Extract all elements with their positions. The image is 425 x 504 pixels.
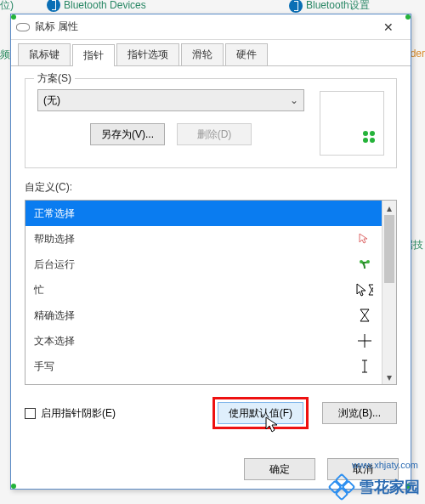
list-item[interactable]: 文本选择	[26, 328, 382, 354]
scheme-value: (无)	[43, 93, 60, 108]
scheme-label: 方案(S)	[34, 71, 75, 86]
checkbox-icon[interactable]	[25, 408, 36, 419]
delete-button: 删除(D)	[177, 123, 252, 145]
cursor-preview-box	[320, 91, 384, 156]
tab-hardware[interactable]: 硬件	[225, 43, 268, 65]
mouse-icon	[16, 23, 30, 31]
tab-buttons[interactable]: 鼠标键	[18, 43, 71, 65]
list-item[interactable]: 忙	[26, 277, 382, 303]
list-item[interactable]: 正常选择	[26, 201, 382, 226]
bg-text-left: 位)	[0, 0, 14, 13]
bluetooth-icon	[289, 0, 303, 13]
tab-wheel[interactable]: 滑轮	[181, 43, 224, 65]
highlight-annotation: 使用默认值(F)	[212, 397, 309, 429]
bg-bluetooth-settings: Bluetooth设置	[289, 0, 370, 13]
watermark-domain: www.xhjaty.com	[352, 460, 418, 470]
hourglass-icon	[356, 309, 373, 322]
browse-button[interactable]: 浏览(B)...	[322, 402, 397, 424]
mouse-properties-dialog: 鼠标 属性 ✕ 鼠标键 指针 指针选项 滑轮 硬件 方案(S) (无) ⌄ 另存…	[10, 14, 411, 490]
checkbox-label: 启用指针阴影(E)	[41, 406, 116, 421]
customize-label: 自定义(C):	[25, 180, 397, 195]
list-item[interactable]: 后台运行	[26, 252, 382, 277]
scroll-thumb[interactable]	[384, 215, 394, 283]
scheme-combobox[interactable]: (无) ⌄	[37, 89, 304, 111]
svg-point-1	[366, 260, 370, 263]
sprout-icon	[356, 258, 373, 270]
pointer-shadow-checkbox[interactable]: 启用指针阴影(E)	[25, 406, 116, 421]
pointers-panel: 方案(S) (无) ⌄ 另存为(V)... 删除(D) 自定义(C):	[11, 66, 411, 441]
scrollbar[interactable]: ▴ ▾	[382, 201, 396, 384]
ok-button[interactable]: 确定	[244, 458, 315, 480]
dialog-title: 鼠标 属性	[35, 20, 371, 34]
bg-text-freq: 频	[0, 48, 10, 62]
watermark: 雪花家园	[330, 475, 420, 499]
snowflake-icon	[330, 475, 354, 499]
use-default-button[interactable]: 使用默认值(F)	[218, 402, 303, 424]
list-item[interactable]: 精确选择	[26, 303, 382, 328]
save-as-button[interactable]: 另存为(V)...	[90, 123, 165, 145]
list-item[interactable]: 手写	[26, 354, 382, 379]
chevron-down-icon: ⌄	[290, 94, 298, 106]
svg-point-0	[360, 260, 363, 263]
tab-pointer-options[interactable]: 指针选项	[116, 43, 179, 65]
ibeam-icon	[356, 360, 373, 373]
list-item[interactable]: 帮助选择	[26, 226, 382, 252]
bg-text-der: der	[411, 48, 425, 59]
scroll-up-icon[interactable]: ▴	[382, 201, 396, 215]
clover-icon	[363, 131, 375, 143]
arrow-hourglass-icon	[356, 283, 373, 297]
bluetooth-icon	[47, 0, 60, 12]
scheme-group: 方案(S) (无) ⌄ 另存为(V)... 删除(D)	[25, 78, 397, 168]
help-arrow-icon	[356, 233, 373, 245]
clover-icon	[356, 208, 373, 218]
scroll-track[interactable]	[382, 215, 396, 370]
watermark-text: 雪花家园	[359, 477, 420, 497]
scroll-down-icon[interactable]: ▾	[382, 370, 396, 384]
crosshair-icon	[356, 334, 373, 348]
bg-bluetooth-devices: Bluetooth Devices	[47, 0, 146, 12]
tab-pointers[interactable]: 指针	[72, 44, 115, 66]
cursor-listbox[interactable]: 正常选择 帮助选择 后台运行 忙	[25, 200, 397, 385]
close-button[interactable]: ✕	[371, 15, 405, 39]
tabstrip: 鼠标键 指针 指针选项 滑轮 硬件	[11, 40, 411, 66]
titlebar[interactable]: 鼠标 属性 ✕	[11, 14, 411, 40]
